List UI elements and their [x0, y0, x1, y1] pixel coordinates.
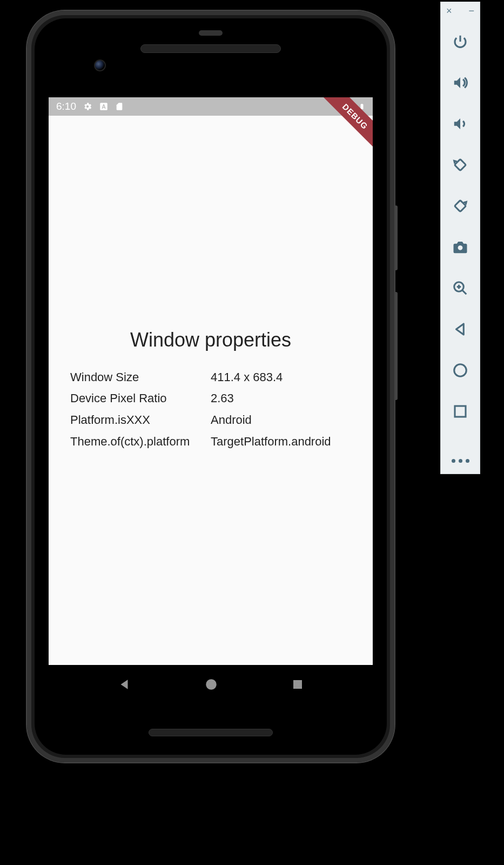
svg-point-11	[454, 364, 467, 377]
emulator-toolbar: × −	[440, 2, 480, 474]
rotate-left-icon[interactable]	[448, 153, 472, 177]
status-bar: 6:10 A	[49, 97, 373, 116]
property-value: TargetPlatform.android	[211, 431, 351, 453]
svg-point-6	[458, 245, 463, 250]
property-value: 411.4 x 683.4	[211, 367, 351, 388]
svg-line-8	[462, 290, 467, 295]
device-screen: 6:10 A	[49, 97, 373, 665]
volume-up-icon[interactable]	[448, 71, 472, 95]
page-title: Window properties	[70, 329, 351, 351]
speaker-top	[140, 44, 281, 53]
front-camera	[94, 59, 106, 71]
property-row: Platform.isXXX Android	[70, 409, 351, 431]
back-icon[interactable]	[448, 317, 472, 341]
property-value: 2.63	[211, 388, 351, 409]
status-left: 6:10 A	[56, 101, 124, 112]
more-icon[interactable]	[452, 459, 469, 463]
home-icon[interactable]	[448, 358, 472, 382]
svg-rect-12	[455, 406, 466, 417]
overview-icon[interactable]	[448, 400, 472, 423]
property-label: Platform.isXXX	[70, 409, 211, 431]
side-button-1	[394, 205, 398, 270]
app-content: Window properties Window Size 411.4 x 68…	[49, 116, 373, 665]
android-nav-bar	[49, 666, 373, 703]
toolbar-window-controls: × −	[441, 5, 480, 21]
property-label: Window Size	[70, 367, 211, 388]
power-icon[interactable]	[448, 30, 472, 54]
nav-overview-button[interactable]	[291, 678, 304, 691]
sensor-pill	[199, 30, 223, 36]
speaker-bottom	[149, 729, 273, 736]
property-row: Window Size 411.4 x 683.4	[70, 367, 351, 388]
property-label: Theme.of(ctx).platform	[70, 431, 211, 453]
camera-icon[interactable]	[448, 235, 472, 259]
sd-card-icon	[115, 102, 124, 111]
property-value: Android	[211, 409, 351, 431]
close-button[interactable]: ×	[446, 5, 452, 17]
property-row: Theme.of(ctx).platform TargetPlatform.an…	[70, 431, 351, 453]
settings-icon	[83, 102, 92, 111]
volume-down-icon[interactable]	[448, 112, 472, 136]
nav-home-button[interactable]	[204, 677, 218, 691]
phone-frame: 6:10 A	[27, 11, 394, 762]
property-label: Device Pixel Ratio	[70, 388, 211, 409]
property-row: Device Pixel Ratio 2.63	[70, 388, 351, 409]
rotate-right-icon[interactable]	[448, 194, 472, 218]
side-button-2	[394, 292, 398, 400]
svg-rect-3	[293, 680, 302, 689]
autotext-icon: A	[99, 102, 109, 111]
svg-text:A: A	[102, 103, 106, 110]
zoom-icon[interactable]	[448, 276, 472, 300]
minimize-button[interactable]: −	[468, 5, 474, 17]
nav-back-button[interactable]	[117, 677, 131, 691]
svg-point-2	[206, 679, 217, 690]
status-time: 6:10	[56, 101, 76, 112]
